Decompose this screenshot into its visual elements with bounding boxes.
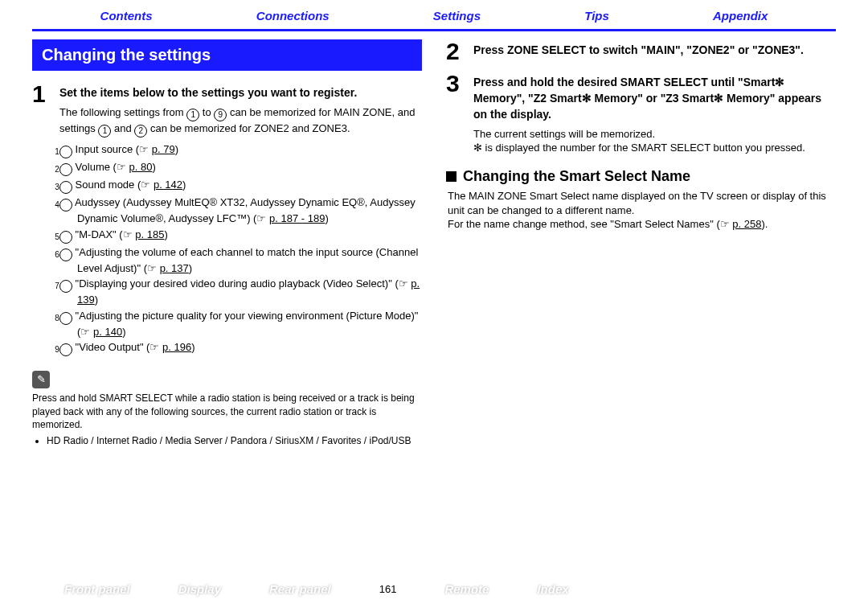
step-heading: Set the items below to the settings you … (59, 85, 422, 101)
settings-item: 1 Input source (☞ p. 79) (59, 142, 422, 158)
hand-icon: ☞ (80, 326, 90, 338)
page-link[interactable]: p. 139 (77, 277, 420, 306)
nav-contents[interactable]: Contents (100, 8, 153, 24)
step-heading: Press ZONE SELECT to switch "MAIN", "ZON… (473, 43, 836, 58)
step3-line2: ✻ is displayed the number for the SMART … (473, 141, 836, 155)
hand-icon: ☞ (141, 179, 150, 191)
nav-display[interactable]: Display (178, 581, 221, 598)
hand-icon: ☞ (149, 341, 159, 353)
hand-icon: ☞ (117, 161, 126, 173)
circled-number: 1 (59, 146, 72, 158)
circled-2: 2 (134, 125, 147, 138)
hand-icon: ☞ (123, 228, 133, 240)
circled-number: 8 (59, 312, 72, 325)
step1-intro: The following settings from 1 to 9 can b… (59, 105, 422, 138)
hand-icon: ☞ (139, 143, 149, 155)
settings-item: 4 Audyssey (Audyssey MultEQ® XT32, Audys… (59, 195, 422, 226)
circled-number: 9 (59, 343, 72, 356)
section-title: Changing the settings (32, 39, 422, 71)
page-link[interactable]: p. 196 (162, 341, 191, 353)
settings-item: 2 Volume (☞ p. 80) (59, 160, 422, 176)
bottom-nav: Front panel Display Rear panel 161 Remot… (0, 581, 868, 598)
page-link[interactable]: p. 79 (152, 143, 175, 155)
nav-appendix[interactable]: Appendix (713, 8, 768, 24)
step-2: 2 Press ZONE SELECT to switch "MAIN", "Z… (446, 39, 836, 64)
hand-icon: ☞ (399, 277, 408, 290)
page-link[interactable]: p. 140 (93, 326, 122, 338)
circled-number: 2 (59, 163, 72, 176)
nav-index[interactable]: Index (537, 581, 568, 598)
star-icon: ✻ (714, 92, 723, 105)
step-number: 2 (446, 39, 464, 64)
sub-p2: For the name change method, see "Smart S… (448, 217, 836, 232)
circled-number: 5 (59, 231, 72, 244)
pencil-icon: ✎ (32, 371, 50, 388)
settings-item: 5 "M-DAX" (☞ p. 185) (59, 228, 422, 244)
nav-remote[interactable]: Remote (444, 581, 489, 598)
circled-number: 7 (59, 280, 72, 293)
square-bullet-icon (446, 171, 457, 182)
hand-icon: ☞ (256, 212, 266, 224)
subsection-heading: Changing the Smart Select Name (446, 166, 836, 186)
nav-connections[interactable]: Connections (256, 8, 330, 24)
step-heading: Press and hold the desired SMART SELECT … (473, 75, 836, 122)
top-nav: Contents Connections Settings Tips Appen… (0, 0, 868, 29)
hand-icon: ☞ (147, 262, 157, 274)
settings-list: 1 Input source (☞ p. 79)2 Volume (☞ p. 8… (59, 142, 422, 356)
hand-icon: ☞ (720, 218, 730, 230)
step3-line1: The current settings will be memorized. (473, 127, 836, 142)
page-link[interactable]: p. 258 (732, 218, 761, 230)
note-sources: HD Radio / Internet Radio / Media Server… (32, 434, 422, 447)
circled-number: 4 (59, 199, 72, 212)
sub-p1: The MAIN ZONE Smart Select name displaye… (448, 189, 836, 217)
left-column: Changing the settings 1 Set the items be… (32, 39, 422, 447)
circled-number: 3 (59, 181, 72, 194)
step-number: 1 (32, 82, 50, 358)
right-column: 2 Press ZONE SELECT to switch "MAIN", "Z… (446, 39, 836, 447)
page-link[interactable]: p. 185 (135, 228, 164, 240)
step-number: 3 (446, 72, 464, 155)
nav-front-panel[interactable]: Front panel (64, 581, 130, 598)
settings-item: 3 Sound mode (☞ p. 142) (59, 178, 422, 194)
note-text: Press and hold SMART SELECT while a radi… (32, 392, 422, 431)
step-1: 1 Set the items below to the settings yo… (32, 82, 422, 358)
settings-item: 6 "Adjusting the volume of each channel … (59, 245, 422, 276)
star-icon: ✻ (582, 92, 592, 105)
note-block: ✎ Press and hold SMART SELECT while a ra… (32, 363, 422, 447)
circled-1b: 1 (98, 125, 111, 138)
subsection-body: The MAIN ZONE Smart Select name displaye… (446, 189, 836, 232)
page-body: Changing the settings 1 Set the items be… (0, 39, 868, 447)
star-icon: ✻ (775, 76, 784, 88)
page-link[interactable]: p. 187 - 189 (269, 212, 325, 224)
circled-9: 9 (214, 109, 227, 121)
circled-1: 1 (186, 109, 199, 121)
settings-item: 9 "Video Output" (☞ p. 196) (59, 340, 422, 356)
page-number: 161 (379, 582, 397, 597)
circled-number: 6 (59, 248, 72, 261)
nav-tips[interactable]: Tips (584, 8, 609, 24)
settings-item: 7 "Displaying your desired video during … (59, 277, 422, 307)
nav-rear-panel[interactable]: Rear panel (269, 581, 331, 598)
page-link[interactable]: p. 137 (160, 262, 189, 274)
divider (32, 29, 836, 31)
nav-settings[interactable]: Settings (433, 8, 481, 24)
page-link[interactable]: p. 142 (154, 179, 182, 191)
settings-item: 8 "Adjusting the picture quality for you… (59, 309, 422, 339)
step-3: 3 Press and hold the desired SMART SELEC… (446, 72, 836, 155)
page-link[interactable]: p. 80 (129, 161, 153, 173)
note-bullet: HD Radio / Internet Radio / Media Server… (47, 434, 422, 447)
